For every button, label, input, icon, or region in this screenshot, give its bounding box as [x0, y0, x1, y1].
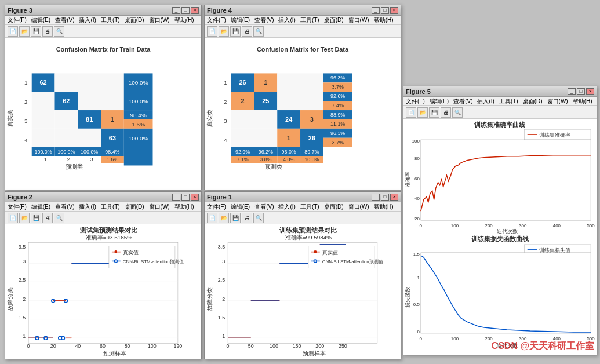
toolbar-open-5[interactable]: 📂 — [417, 107, 428, 118]
svg-text:89.7%: 89.7% — [304, 149, 319, 155]
loss-legend: 训练集损失值 — [539, 247, 570, 253]
svg-text:2: 2 — [23, 296, 26, 302]
toolbar-print-5[interactable]: 🖨 — [441, 107, 451, 118]
toolbar-new-4[interactable]: 📄 — [207, 26, 217, 37]
close-btn-2[interactable]: × — [191, 194, 199, 201]
svg-rect-39 — [254, 129, 277, 147]
svg-text:1.5: 1.5 — [218, 315, 225, 321]
toolbar-print[interactable]: 🖨 — [42, 26, 53, 37]
svg-rect-22 — [277, 92, 300, 110]
svg-text:200: 200 — [315, 343, 324, 349]
toolbar-zoom[interactable]: 🔍 — [54, 26, 64, 37]
toolbar-save-1[interactable]: 💾 — [230, 213, 241, 223]
figure5-titlebar: Figure 5 _ □ × — [403, 86, 597, 97]
figure1-controls[interactable]: _ □ × — [372, 194, 398, 201]
row-label-2: 2 — [24, 99, 28, 105]
figure3-menubar: 文件(F) 编辑(E) 查看(V) 插入(I) 工具(T) 桌面(D) 窗口(W… — [5, 16, 201, 25]
figure4-controls[interactable]: _ □ × — [372, 7, 398, 14]
maximize-btn-2[interactable]: □ — [181, 194, 190, 201]
toolbar-zoom-4[interactable]: 🔍 — [253, 26, 264, 37]
figure2-controls[interactable]: _ □ × — [172, 194, 199, 201]
svg-text:100: 100 — [412, 139, 420, 144]
minimize-btn[interactable]: _ — [172, 7, 180, 14]
figure5-title: Figure 5 — [406, 88, 431, 95]
figure4-title: Figure 4 — [207, 7, 232, 14]
toolbar-save-2[interactable]: 💾 — [31, 213, 41, 223]
figure3-title: Figure 3 — [8, 7, 32, 14]
toolbar-zoom-5[interactable]: 🔍 — [452, 107, 463, 118]
toolbar-save-4[interactable]: 💾 — [230, 26, 241, 37]
toolbar-zoom-2[interactable]: 🔍 — [54, 213, 64, 223]
cell-4-2 — [54, 129, 78, 147]
svg-text:3: 3 — [23, 259, 26, 264]
val-1-1: 62 — [40, 79, 47, 86]
svg-text:3: 3 — [222, 259, 225, 264]
pct-3-bad-text: 1.6% — [132, 121, 145, 128]
maximize-btn-4[interactable]: □ — [381, 7, 389, 14]
figure4-titlebar: Figure 4 _ □ × — [205, 5, 401, 16]
svg-text:96.2%: 96.2% — [259, 149, 273, 155]
figure5-acc-title: 训练集准确率曲线 — [474, 121, 525, 128]
svg-text:3.7%: 3.7% — [332, 140, 343, 145]
svg-text:1: 1 — [224, 79, 227, 86]
minimize-btn-2[interactable]: _ — [172, 194, 180, 201]
figure1-titlebar: Figure 1 _ □ × — [205, 192, 401, 202]
figure4-svg: Confusion Matrix for Test Data 真实类 1 2 3… — [205, 38, 401, 190]
minimize-btn-1[interactable]: _ — [372, 194, 380, 201]
svg-text:3.7%: 3.7% — [332, 84, 343, 90]
pct-4-good-text: 100.0% — [129, 135, 148, 141]
figure5-controls[interactable]: _ □ × — [568, 88, 594, 95]
minimize-btn-4[interactable]: _ — [372, 7, 380, 14]
toolbar-open-2[interactable]: 📂 — [19, 213, 30, 223]
toolbar-open-1[interactable]: 📂 — [219, 213, 229, 223]
figure3-controls[interactable]: _ □ × — [172, 7, 199, 14]
svg-text:150: 150 — [293, 343, 301, 349]
svg-text:60: 60 — [414, 176, 420, 181]
svg-text:100: 100 — [451, 336, 459, 341]
close-btn[interactable]: × — [191, 7, 199, 14]
val-3-4: 1 — [111, 116, 114, 123]
maximize-btn[interactable]: □ — [181, 7, 190, 14]
toolbar-new-5[interactable]: 📄 — [406, 107, 416, 118]
svg-text:0: 0 — [420, 336, 423, 341]
toolbar-zoom-1[interactable]: 🔍 — [253, 213, 264, 223]
svg-text:3: 3 — [310, 116, 314, 123]
toolbar-print-1[interactable]: 🖨 — [242, 213, 252, 223]
close-btn-1[interactable]: × — [390, 194, 398, 201]
toolbar-open[interactable]: 📂 — [19, 26, 30, 37]
toolbar-save-5[interactable]: 💾 — [429, 107, 439, 118]
svg-text:100: 100 — [148, 343, 157, 349]
svg-text:50: 50 — [248, 343, 254, 349]
svg-text:10.3%: 10.3% — [304, 157, 319, 163]
svg-text:1: 1 — [222, 333, 225, 339]
svg-text:120: 120 — [173, 343, 182, 349]
figure3-svg: Confusion Matrix for Train Data 真实类 1 2 … — [5, 38, 201, 190]
close-btn-5[interactable]: × — [586, 88, 594, 95]
figure3-window: Figure 3 _ □ × 文件(F) 编辑(E) 查看(V) 插入(I) 工… — [5, 5, 202, 190]
toolbar-new-1[interactable]: 📄 — [207, 213, 217, 223]
watermark: CSDN @天天科研工作室 — [492, 340, 594, 352]
val-2-2: 62 — [63, 97, 70, 104]
svg-text:3.5: 3.5 — [218, 244, 225, 250]
row-label-3: 3 — [24, 118, 28, 124]
minimize-btn-5[interactable]: _ — [568, 88, 576, 95]
toolbar-new[interactable]: 📄 — [8, 26, 18, 37]
svg-text:2.5: 2.5 — [19, 277, 26, 283]
maximize-btn-1[interactable]: □ — [381, 194, 389, 201]
svg-text:300: 300 — [519, 223, 527, 228]
toolbar-save[interactable]: 💾 — [31, 26, 41, 37]
figure5-loss-ylabel: 损失函数 — [405, 287, 410, 308]
maximize-btn-5[interactable]: □ — [577, 88, 585, 95]
toolbar-print-4[interactable]: 🖨 — [242, 26, 252, 37]
cell-4-1 — [32, 129, 55, 147]
toolbar-open-4[interactable]: 📂 — [219, 26, 229, 37]
svg-text:2.5: 2.5 — [218, 277, 225, 283]
val-4-4: 63 — [109, 134, 116, 141]
toolbar-new-2[interactable]: 📄 — [8, 213, 18, 223]
svg-text:500: 500 — [587, 223, 595, 228]
svg-text:80: 80 — [125, 343, 130, 349]
toolbar-print-2[interactable]: 🖨 — [42, 213, 53, 223]
svg-text:100: 100 — [451, 223, 459, 228]
figure3-titlebar: Figure 3 _ □ × — [5, 5, 201, 16]
close-btn-4[interactable]: × — [390, 7, 398, 14]
